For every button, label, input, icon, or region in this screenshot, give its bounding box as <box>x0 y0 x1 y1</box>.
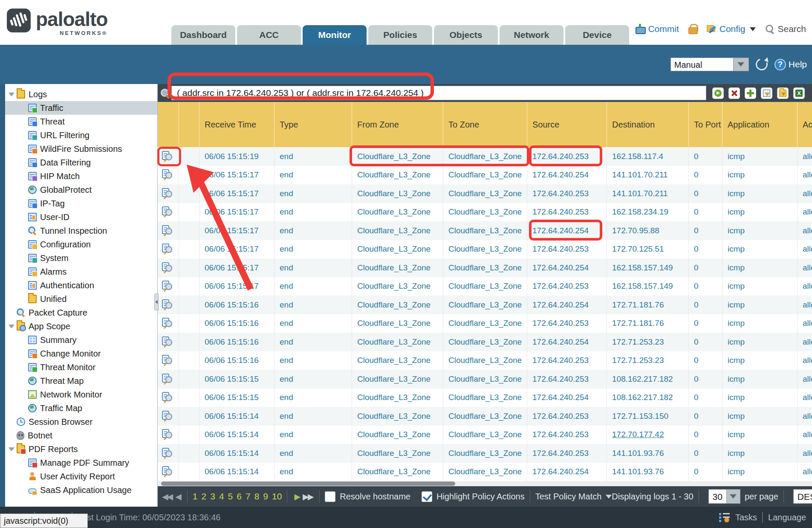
sidebar-item-traffic[interactable]: Traffic <box>5 101 157 115</box>
sidebar-item-unified[interactable]: Unified <box>5 292 157 306</box>
sidebar-item-session-browser[interactable]: Session Browser <box>5 415 157 429</box>
clear-filter-button[interactable] <box>728 87 740 99</box>
column-header-destination[interactable]: Destination <box>607 102 689 147</box>
column-header-application[interactable]: Application <box>722 102 798 147</box>
page-number-3[interactable]: 3 <box>210 491 215 502</box>
next-page-button[interactable]: ▶ <box>294 492 299 502</box>
sidebar-item-ip-tag[interactable]: IP-Tag <box>5 197 157 210</box>
tree-expand-icon[interactable] <box>9 93 14 96</box>
column-header-from-zone[interactable]: From Zone <box>352 102 443 147</box>
sidebar-item-botnet[interactable]: Botnet <box>5 429 157 442</box>
language-button[interactable]: Language <box>768 513 806 522</box>
page-number-2[interactable]: 2 <box>202 491 207 502</box>
page-number-4[interactable]: 4 <box>219 491 224 502</box>
column-header-action[interactable]: Action <box>798 102 812 147</box>
column-header-type[interactable]: Type <box>275 102 352 147</box>
sort-order-select[interactable]: DESC <box>793 489 812 504</box>
resolve-hostname-checkbox[interactable] <box>325 491 335 502</box>
log-detail-icon[interactable] <box>161 299 173 310</box>
log-detail-icon[interactable] <box>161 337 173 348</box>
log-detail-icon[interactable] <box>161 151 173 162</box>
tab-network[interactable]: Network <box>500 25 563 45</box>
per-page-dropdown-button[interactable] <box>727 489 740 504</box>
sidebar-item-threat[interactable]: Threat <box>5 115 157 128</box>
prev-page-button[interactable]: ◀ <box>175 492 180 502</box>
sidebar-item-packet-capture[interactable]: Packet Capture <box>5 306 157 319</box>
add-filter-button[interactable] <box>745 87 756 99</box>
sidebar-item-change-monitor[interactable]: Change Monitor <box>5 347 157 360</box>
sidebar-item-summary[interactable]: Summary <box>5 333 157 347</box>
log-detail-icon[interactable] <box>161 411 173 422</box>
log-detail-icon[interactable] <box>161 374 173 385</box>
config-menu-button[interactable]: Config <box>706 24 756 34</box>
sidebar-item-hip-match[interactable]: HIP Match <box>5 169 157 183</box>
tasks-button[interactable]: Tasks <box>735 513 757 522</box>
log-detail-icon[interactable] <box>161 188 173 199</box>
first-page-button[interactable]: ◀◀ <box>162 492 172 502</box>
log-detail-icon[interactable] <box>161 206 173 218</box>
sidebar-item-system[interactable]: System <box>5 251 157 265</box>
page-number-1[interactable]: 1 <box>193 491 198 502</box>
sidebar-item-configuration[interactable]: Configuration <box>5 238 157 251</box>
sidebar-item-threat-monitor[interactable]: Threat Monitor <box>5 360 157 374</box>
search-button[interactable]: Search <box>765 24 806 34</box>
sidebar-item-user-id[interactable]: User-ID <box>5 210 157 224</box>
column-header-receive-time[interactable]: Receive Time <box>199 102 275 147</box>
sidebar-item-logs[interactable]: Logs <box>5 87 157 101</box>
test-policy-match-dropdown[interactable]: Test Policy Match <box>535 492 612 502</box>
log-detail-icon[interactable] <box>161 318 173 329</box>
highlight-policy-actions-checkbox[interactable] <box>422 491 432 502</box>
apply-filter-button[interactable] <box>712 87 724 99</box>
tab-policies[interactable]: Policies <box>368 25 432 45</box>
sidebar-item-network-monitor[interactable]: Network Monitor <box>5 388 157 401</box>
refresh-mode-dropdown-button[interactable] <box>734 58 749 71</box>
sidebar-item-wildfire-submissions[interactable]: WildFire Submissions <box>5 142 157 156</box>
tree-expand-icon[interactable] <box>9 447 14 451</box>
tab-device[interactable]: Device <box>565 25 629 45</box>
horizontal-scrollbar-thumb[interactable] <box>161 482 455 486</box>
page-number-5[interactable]: 5 <box>228 491 233 502</box>
refresh-icon[interactable] <box>754 56 769 72</box>
sidebar-item-authentication[interactable]: Authentication <box>5 279 157 292</box>
lock-icon[interactable] <box>688 24 697 34</box>
horizontal-scrollbar[interactable] <box>158 481 812 486</box>
help-button[interactable]: ? Help <box>774 59 807 70</box>
log-detail-icon[interactable] <box>161 244 173 255</box>
column-header-source[interactable]: Source <box>527 102 607 147</box>
page-number-6[interactable]: 6 <box>237 491 242 502</box>
sidebar-collapse-handle[interactable] <box>154 293 159 310</box>
refresh-mode-select[interactable]: Manual <box>670 58 749 71</box>
tab-monitor[interactable]: Monitor <box>303 25 367 45</box>
last-page-button[interactable]: ▶▶ <box>303 492 312 502</box>
sidebar-item-saas-application-usage[interactable]: SaaS Application Usage <box>5 483 157 497</box>
log-detail-icon[interactable] <box>161 281 173 292</box>
export-button[interactable]: X <box>793 87 805 99</box>
tab-objects[interactable]: Objects <box>434 25 498 45</box>
log-detail-icon[interactable] <box>161 262 173 273</box>
log-detail-icon[interactable] <box>161 225 173 236</box>
sidebar-item-threat-map[interactable]: Threat Map <box>5 374 157 388</box>
sidebar-item-traffic-map[interactable]: Traffic Map <box>5 401 157 415</box>
log-filter-input[interactable] <box>171 86 706 100</box>
log-detail-icon[interactable] <box>161 448 173 459</box>
per-page-select[interactable]: 30 <box>708 489 740 504</box>
log-detail-icon[interactable] <box>161 466 173 477</box>
tree-expand-icon[interactable] <box>9 325 14 328</box>
log-detail-icon[interactable] <box>161 355 173 366</box>
load-filter-button[interactable] <box>777 87 789 99</box>
page-number-7[interactable]: 7 <box>246 491 251 502</box>
sidebar-item-tunnel-inspection[interactable]: Tunnel Inspection <box>5 224 157 238</box>
tab-dashboard[interactable]: Dashboard <box>171 25 235 45</box>
log-detail-icon[interactable] <box>161 392 173 403</box>
column-header-to-port[interactable]: To Port <box>689 102 722 147</box>
commit-button[interactable]: Commit <box>635 24 679 34</box>
filter-builder-button[interactable] <box>761 87 772 99</box>
sidebar-item-pdf-reports[interactable]: PDF Reports <box>5 442 157 456</box>
page-number-9[interactable]: 9 <box>263 491 268 502</box>
page-number-10[interactable]: 10 <box>272 491 282 502</box>
sidebar-item-globalprotect[interactable]: GlobalProtect <box>5 183 157 197</box>
sidebar-item-user-activity-report[interactable]: User Activity Report <box>5 470 157 483</box>
tab-acc[interactable]: ACC <box>237 25 301 45</box>
sidebar-item-data-filtering[interactable]: Data Filtering <box>5 156 157 169</box>
cell-destination[interactable]: 172.70.177.42 <box>607 426 689 444</box>
